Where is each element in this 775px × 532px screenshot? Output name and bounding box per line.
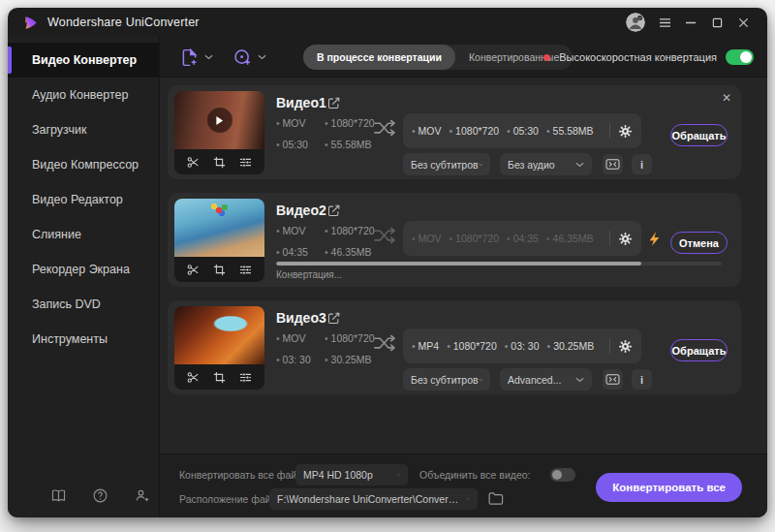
trim-scissors-icon[interactable] (186, 263, 201, 277)
target-settings-pill[interactable]: MOV 1080*720 05:30 55.58MB (403, 113, 641, 148)
rename-edit-icon[interactable] (326, 311, 341, 326)
effects-adjust-icon[interactable] (238, 155, 253, 170)
avatar-person-icon (626, 13, 645, 32)
sidebar-item-dvd-burn[interactable]: Запись DVD (8, 287, 159, 322)
minimize-icon[interactable] (684, 16, 698, 29)
source-duration: 05:30 (276, 139, 308, 150)
high-speed-label: Высокоскоростная конвертация (559, 51, 717, 63)
app-logo-icon (22, 15, 39, 31)
settings-gear-icon[interactable] (618, 232, 633, 246)
chevron-down-icon (575, 162, 584, 168)
add-disc-icon (232, 47, 253, 68)
subtitles-dropdown[interactable]: Без субтитров (403, 368, 490, 391)
chevron-down-icon (575, 377, 584, 383)
audio-dropdown[interactable]: Advanced... (500, 368, 592, 391)
audio-dropdown[interactable]: Без аудио (500, 153, 592, 175)
file-location-value: F:\Wondershare UniConverter\Converted (277, 493, 461, 505)
convert-button[interactable]: Обращать (670, 339, 728, 361)
trim-scissors-icon[interactable] (186, 155, 201, 170)
sidebar-item-downloader[interactable]: Загрузчик (8, 112, 159, 147)
menu-icon[interactable] (658, 16, 671, 29)
window-controls (626, 8, 750, 37)
convert-button[interactable]: Обращать (670, 124, 728, 146)
source-resolution: 1080*720 (325, 225, 375, 236)
subtitles-value: Без субтитров (411, 159, 479, 171)
source-format: MOV (276, 117, 306, 129)
add-file-button[interactable] (179, 47, 213, 68)
convert-all-button[interactable]: Конвертировать все (596, 473, 742, 502)
sidebar-item-label: Запись DVD (32, 297, 101, 311)
video-row-1: Видео1 MOV 1080*720 05:30 55.58MB MOV 10… (168, 85, 741, 179)
high-speed-toggle[interactable] (726, 49, 754, 65)
main-header: В процессе конвертации Конвертированные … (160, 37, 767, 78)
source-duration: 04:35 (276, 246, 308, 258)
remove-task-icon[interactable]: ✕ (722, 92, 731, 104)
video-row-3: Видео3 MOV 1080*720 03: 30 30.25MB MP4 1… (168, 300, 741, 394)
converting-tabs: В процессе конвертации Конвертированные (303, 45, 573, 70)
info-button[interactable]: i (632, 369, 652, 390)
sidebar-item-toolbox[interactable]: Инструменты (8, 322, 159, 357)
crop-icon[interactable] (212, 263, 227, 277)
pill-divider (609, 231, 610, 246)
target-format: MOV (412, 125, 442, 137)
chevron-down-icon (204, 54, 213, 60)
target-duration: 04:35 (507, 233, 539, 244)
video-title: Видео2 (276, 203, 326, 218)
video-title: Видео3 (276, 310, 326, 326)
target-size: 46.35MB (546, 233, 594, 244)
convert-shuffle-icon (373, 118, 397, 138)
crop-icon[interactable] (212, 370, 227, 385)
community-user-icon[interactable] (134, 487, 150, 504)
open-folder-icon[interactable] (487, 490, 504, 507)
guide-book-icon[interactable] (50, 487, 67, 504)
video-row-2: Видео2 MOV 1080*720 04:35 46.35MB MOV 10… (168, 193, 741, 287)
effects-adjust-icon[interactable] (238, 370, 253, 385)
video-thumbnail[interactable] (174, 306, 264, 364)
output-format-value: MP4 HD 1080p (303, 469, 373, 481)
source-duration: 03: 30 (276, 354, 311, 365)
play-overlay-icon[interactable] (207, 108, 232, 133)
output-format-select[interactable]: MP4 HD 1080p (295, 464, 408, 485)
trim-range-icon (605, 373, 620, 386)
settings-gear-icon[interactable] (618, 124, 633, 139)
sidebar-item-video-editor[interactable]: Видео Редактор (8, 182, 159, 217)
info-button[interactable]: i (632, 154, 652, 174)
rename-edit-icon[interactable] (326, 96, 341, 110)
cancel-button[interactable]: Отмена (670, 232, 728, 254)
sidebar-item-screen-recorder[interactable]: Рекордер Экрана (8, 252, 159, 287)
crop-icon[interactable] (212, 155, 227, 170)
merge-videos-label: Объединить все видео: (419, 469, 531, 481)
trim-range-button[interactable] (603, 369, 623, 390)
tab-converting[interactable]: В процессе конвертации (303, 45, 455, 70)
file-location-select[interactable]: F:\Wondershare UniConverter\Converted (269, 488, 478, 510)
help-icon[interactable] (92, 487, 108, 504)
account-avatar[interactable] (626, 13, 645, 32)
trim-scissors-icon[interactable] (186, 370, 201, 385)
high-speed-lightning-icon (648, 231, 661, 247)
settings-gear-icon[interactable] (618, 339, 633, 354)
new-badge-dot (543, 54, 550, 61)
convert-shuffle-icon (373, 226, 397, 245)
pill-divider (609, 123, 610, 139)
trim-range-button[interactable] (603, 154, 623, 174)
sidebar-item-audio-converter[interactable]: Аудио Конвертер (8, 78, 159, 112)
sidebar-item-merge[interactable]: Слияние (8, 217, 159, 252)
target-duration: 05:30 (507, 125, 539, 137)
thumbnail-block (174, 199, 264, 282)
merge-videos-toggle[interactable] (550, 468, 575, 482)
video-thumbnail[interactable] (174, 91, 264, 149)
subtitles-dropdown[interactable]: Без субтитров (403, 153, 490, 175)
video-title: Видео1 (276, 95, 326, 110)
effects-adjust-icon[interactable] (238, 263, 253, 277)
target-settings-pill[interactable]: MP4 1080*720 03: 30 30.25MB (403, 329, 641, 363)
rename-edit-icon[interactable] (326, 203, 341, 218)
maximize-icon[interactable] (710, 16, 724, 29)
pill-divider (609, 338, 610, 354)
sidebar-item-video-converter[interactable]: Видео Конвертер (8, 43, 159, 78)
add-dvd-button[interactable] (232, 47, 266, 68)
sidebar-item-video-compressor[interactable]: Видео Компрессор (8, 147, 159, 182)
target-format: MOV (412, 233, 442, 244)
close-icon[interactable] (736, 16, 750, 29)
source-size: 46.35MB (325, 246, 372, 258)
video-thumbnail[interactable] (174, 199, 264, 257)
